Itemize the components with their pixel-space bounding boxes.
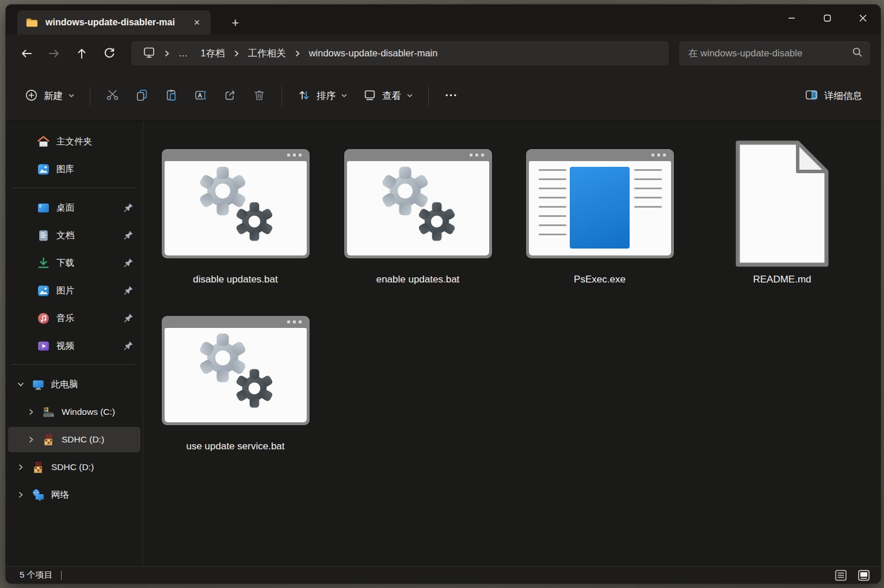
chevron-right-icon[interactable] — [16, 463, 25, 471]
breadcrumb-segment[interactable]: 工作相关 — [242, 45, 292, 62]
file-item-psexec-exe[interactable]: PsExec.exe — [513, 137, 686, 285]
network-icon — [32, 488, 45, 502]
sidebar-item-label: 桌面 — [56, 202, 74, 214]
maximize-button[interactable] — [809, 5, 845, 31]
svg-text:SD: SD — [45, 433, 52, 439]
toolbar-separator — [281, 86, 282, 106]
new-button[interactable]: 新建 — [18, 83, 81, 109]
breadcrumb-segment[interactable]: 1存档 — [195, 45, 231, 62]
sidebar-item-label: 文档 — [56, 230, 74, 242]
this-pc-monitor-icon[interactable] — [137, 44, 161, 63]
chevron-down-icon — [341, 91, 348, 101]
breadcrumb-segment-current[interactable]: windows-update-disabler-main — [303, 45, 444, 61]
chevron-down-icon — [68, 91, 75, 101]
svg-text:SD: SD — [35, 461, 42, 467]
navigation-bar: … 1存档 工作相关 windows-update-disabler-main — [6, 35, 881, 72]
sidebar-item-gallery[interactable]: 图库 — [8, 156, 140, 182]
navigation-sidebar: 主文件夹 图库 — [6, 121, 143, 566]
file-name: PsExec.exe — [574, 274, 626, 285]
breadcrumb-ellipsis[interactable]: … — [173, 45, 194, 61]
details-pane-label: 详细信息 — [824, 90, 862, 102]
sidebar-item-label: 主文件夹 — [56, 136, 92, 148]
minimize-button[interactable] — [774, 5, 809, 31]
sidebar-item-sdhc-d-selected[interactable]: SD SDHC (D:) — [8, 427, 140, 452]
sidebar-item-network[interactable]: 网络 — [8, 482, 140, 507]
sidebar-item-videos[interactable]: 视频 — [8, 333, 140, 358]
address-bar[interactable]: … 1存档 工作相关 windows-update-disabler-main — [131, 41, 669, 66]
paste-clipboard-icon — [164, 88, 178, 105]
sidebar-item-label: 图片 — [56, 285, 74, 297]
refresh-button[interactable] — [97, 42, 122, 65]
search-input[interactable] — [688, 48, 851, 59]
share-button[interactable] — [217, 83, 243, 109]
sidebar-item-downloads[interactable]: 下载 — [8, 250, 140, 276]
downloads-icon — [37, 257, 50, 270]
file-item-enable-updates-bat[interactable]: enable updates.bat — [332, 137, 504, 285]
sidebar-item-this-pc[interactable]: 此电脑 — [8, 372, 140, 397]
search-box[interactable] — [679, 41, 870, 66]
items-count: 5 个项目 — [20, 570, 53, 581]
command-toolbar: 新建 — [6, 72, 881, 121]
folder-icon — [25, 16, 39, 29]
back-button[interactable] — [14, 42, 39, 65]
sidebar-item-pictures[interactable]: 图片 — [8, 278, 140, 303]
explorer-tab[interactable]: windows-update-disabler-mai × — [17, 10, 211, 35]
sidebar-separator — [12, 188, 136, 188]
plus-circle-icon — [24, 88, 39, 105]
statusbar-divider — [61, 571, 62, 580]
search-icon[interactable] — [851, 46, 863, 60]
chevron-right-icon[interactable] — [26, 436, 36, 444]
cut-button[interactable] — [100, 83, 125, 109]
sort-button[interactable]: 排序 — [291, 83, 353, 109]
pin-icon — [124, 285, 134, 297]
sd-card-icon: SD — [32, 461, 45, 474]
breadcrumb-chevron-icon — [162, 49, 172, 58]
pin-icon — [124, 313, 134, 325]
sort-arrows-icon — [297, 88, 311, 105]
up-button[interactable] — [69, 42, 94, 65]
new-button-label: 新建 — [44, 90, 63, 102]
music-icon — [37, 312, 50, 325]
sidebar-item-windows-c[interactable]: Windows (C:) — [8, 399, 140, 425]
rename-icon — [193, 88, 208, 105]
bat-gears-icon — [149, 137, 322, 270]
rename-button[interactable] — [188, 83, 214, 109]
forward-button[interactable] — [41, 42, 67, 65]
file-item-use-update-service-bat[interactable]: use update service.bat — [149, 304, 322, 452]
bat-gears-icon — [332, 137, 504, 270]
sidebar-item-label: 视频 — [56, 340, 74, 352]
file-item-disable-updates-bat[interactable]: disable updates.bat — [149, 137, 322, 285]
sidebar-item-music[interactable]: 音乐 — [8, 306, 140, 331]
pin-icon — [124, 341, 134, 353]
close-button[interactable] — [845, 5, 881, 31]
view-button[interactable]: 查看 — [357, 83, 419, 109]
file-name: enable updates.bat — [376, 274, 460, 285]
sidebar-item-sdhc-d[interactable]: SD SDHC (D:) — [8, 455, 140, 480]
tab-bar: windows-update-disabler-mai × + — [6, 5, 881, 35]
file-name: README.md — [753, 274, 811, 285]
chevron-right-icon[interactable] — [26, 408, 36, 416]
sidebar-item-documents[interactable]: 文档 — [8, 223, 140, 248]
markdown-document-icon — [696, 137, 868, 270]
chevron-down-icon[interactable] — [16, 380, 25, 388]
sd-card-icon: SD — [42, 433, 55, 446]
chevron-right-icon[interactable] — [16, 491, 25, 499]
file-grid: disable updates.bat enable updates.bat — [143, 121, 881, 566]
tab-close-icon[interactable]: × — [189, 14, 205, 30]
details-pane-button[interactable]: 详细信息 — [798, 83, 868, 109]
file-item-readme-md[interactable]: README.md — [696, 137, 868, 285]
new-tab-button[interactable]: + — [227, 15, 244, 31]
delete-button[interactable] — [246, 83, 272, 109]
details-pane-icon — [804, 87, 819, 105]
sidebar-item-home[interactable]: 主文件夹 — [8, 129, 140, 154]
paste-button[interactable] — [158, 83, 184, 109]
more-options-button[interactable] — [438, 83, 464, 109]
list-view-button[interactable] — [832, 568, 849, 582]
pin-icon — [124, 230, 134, 242]
icon-view-button-active[interactable] — [855, 568, 872, 582]
status-bar: 5 个项目 — [6, 566, 881, 583]
view-button-label: 查看 — [382, 90, 401, 102]
copy-button[interactable] — [129, 83, 155, 109]
sidebar-item-desktop[interactable]: 桌面 — [8, 195, 140, 220]
share-icon — [223, 88, 237, 105]
